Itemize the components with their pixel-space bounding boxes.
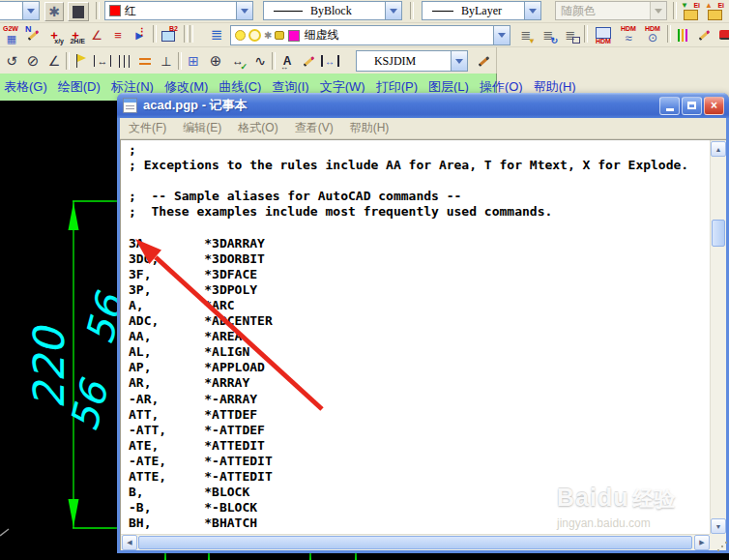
angle-dim-button[interactable]: ∠ xyxy=(87,25,106,44)
separator xyxy=(673,2,677,19)
vertical-scroll-thumb[interactable] xyxy=(712,220,725,247)
dimension-graphics: 220 56 56 xyxy=(0,101,118,560)
cad-drawing-area[interactable]: 220 56 56 xyxy=(0,101,118,560)
linear-dim-button[interactable]: ↔ xyxy=(93,51,112,71)
continue-dim-button[interactable] xyxy=(114,51,133,71)
annotate-button[interactable]: N xyxy=(23,25,43,44)
hdm-table-button[interactable]: HDM xyxy=(594,25,613,44)
block-icon xyxy=(73,6,84,18)
notepad-text[interactable]: ; ; Exceptions to the rules include AA f… xyxy=(121,140,710,534)
scroll-up-button[interactable]: ▲ xyxy=(711,141,726,157)
layers-stack-button[interactable]: ≣ xyxy=(207,25,226,44)
cad-menu-item[interactable]: 表格(G) xyxy=(4,78,47,96)
chevron-down-icon[interactable] xyxy=(493,26,510,44)
color-combo-value: 红 xyxy=(125,3,136,19)
xy-label: x/y xyxy=(54,38,64,44)
color-bars-icon xyxy=(678,29,687,42)
notepad-menu-item[interactable]: 帮助(H) xyxy=(350,120,390,136)
pencil-icon xyxy=(303,56,314,67)
layer-combo[interactable]: ✱ 细虚线 xyxy=(230,25,510,45)
notepad-menu-item[interactable]: 查看(V) xyxy=(295,120,334,136)
chevron-down-icon[interactable] xyxy=(451,51,467,71)
wave-dim-button[interactable]: ∿ xyxy=(250,51,270,71)
refresh-icon: ↻ xyxy=(550,38,558,44)
chevron-down-icon[interactable] xyxy=(385,2,401,19)
horizontal-scroll-thumb[interactable] xyxy=(138,536,692,549)
horizontal-scrollbar[interactable]: ◀ ▶ xyxy=(121,534,710,550)
partial-combo[interactable] xyxy=(0,1,40,20)
notepad-menubar: 文件(F)编辑(E)格式(O)查看(V)帮助(H) xyxy=(120,118,726,139)
maximize-button[interactable] xyxy=(682,97,702,115)
revcloud-button[interactable]: ↺ xyxy=(2,51,21,71)
arrowhead-up-icon xyxy=(69,202,79,230)
separator xyxy=(184,25,188,43)
hdm-wave-button[interactable]: ≈ HDM xyxy=(619,25,638,44)
byblock-value: ByBlock xyxy=(310,4,352,18)
notepad-menu-item[interactable]: 文件(F) xyxy=(129,120,166,136)
divider xyxy=(496,47,497,74)
color-mode-value: 随颜色 xyxy=(561,3,596,19)
layer-manager-button[interactable]: ≣ xyxy=(561,25,580,44)
chevron-down-icon[interactable] xyxy=(22,2,39,19)
maximize-icon xyxy=(687,102,696,109)
lock-icon[interactable] xyxy=(275,31,284,40)
resize-grip[interactable] xyxy=(710,534,726,550)
bracket-dim-button[interactable]: ↔ xyxy=(320,51,339,71)
g2w-button[interactable]: G2W ▦ xyxy=(2,25,21,44)
notepad-menu-item[interactable]: 编辑(E) xyxy=(183,120,221,136)
height-mark-button[interactable]: + 2H/E xyxy=(66,25,85,44)
center-mark-button[interactable]: ⊕ xyxy=(206,51,225,71)
vertical-scrollbar[interactable]: ▲ ▼ xyxy=(710,140,726,534)
frame-import-button[interactable]: Ei ▼ xyxy=(681,2,700,21)
separator xyxy=(584,25,588,43)
separator xyxy=(410,2,414,19)
color-combo[interactable]: 红 xyxy=(104,1,253,20)
edit-dim-text-button[interactable] xyxy=(299,51,318,71)
chevron-down-icon[interactable] xyxy=(524,2,540,19)
baseline-dim-button[interactable] xyxy=(135,51,155,71)
dim-text-56-upper: 56 xyxy=(76,286,118,348)
bracket-icon: ↔ xyxy=(321,55,339,67)
frame-export-button[interactable]: Ei ▲ xyxy=(705,2,724,21)
angle-measure-button[interactable]: ∠ xyxy=(44,51,64,71)
close-button[interactable]: × xyxy=(704,97,724,115)
dimstyle-combo[interactable]: KSJDIM xyxy=(356,50,468,72)
scroll-right-button[interactable]: ▶ xyxy=(694,535,710,550)
xy-point-button[interactable]: + x/y xyxy=(44,25,64,44)
ruler-colors-button[interactable] xyxy=(673,25,692,44)
dim-check-button[interactable]: ↔ ✓ xyxy=(228,51,248,71)
text-dim-button[interactable]: A ↔ xyxy=(277,51,297,71)
bulb-on-icon[interactable] xyxy=(235,30,246,41)
computer-button[interactable]: B2 xyxy=(159,25,178,44)
minimize-button[interactable] xyxy=(659,97,680,115)
block-button[interactable] xyxy=(68,2,89,21)
flag-dim-button[interactable] xyxy=(72,51,91,71)
layer-set-button[interactable]: ≣ ▼ xyxy=(516,25,536,44)
style-brush-button[interactable] xyxy=(474,51,493,71)
number-box-button[interactable]: ⊞ xyxy=(184,51,203,71)
edit-dim-button[interactable] xyxy=(694,25,714,44)
gear-icon[interactable]: ✱ xyxy=(264,30,272,41)
notepad-titlebar[interactable]: acad.pgp - 记事本 × xyxy=(117,93,729,118)
truck-button[interactable] xyxy=(715,25,729,44)
freeze-sun-icon[interactable] xyxy=(248,29,261,42)
layer-restore-button[interactable]: ≣ ↻ xyxy=(539,25,558,44)
scroll-down-button[interactable]: ▼ xyxy=(711,518,726,534)
wave-icon: ≈ xyxy=(625,31,631,45)
linetype-bylayer-combo[interactable]: ByLayer xyxy=(422,1,541,20)
scroll-left-button[interactable]: ◀ xyxy=(122,535,137,550)
parallel-lines-button[interactable]: ≡ xyxy=(108,25,128,44)
arrow-left-icon: ◀ xyxy=(127,539,131,546)
arrow-list-button[interactable]: ▶ ⋮ xyxy=(130,25,149,44)
hdm-search-button[interactable]: ⊙ HDM xyxy=(643,25,662,44)
separator xyxy=(178,52,182,70)
ordinate-dim-button[interactable]: ⊥ xyxy=(157,51,176,71)
chevron-down-icon[interactable] xyxy=(236,2,252,19)
truck-icon xyxy=(719,30,729,40)
notepad-menu-item[interactable]: 格式(O) xyxy=(238,120,277,136)
separator xyxy=(66,52,70,70)
diameter-button[interactable]: ⊘ xyxy=(23,51,43,71)
cad-menu-item[interactable]: 绘图(D) xyxy=(58,78,101,96)
linetype-byblock-combo[interactable]: ByBlock xyxy=(263,1,402,20)
settings-gear-button[interactable]: ✱ xyxy=(44,2,64,21)
